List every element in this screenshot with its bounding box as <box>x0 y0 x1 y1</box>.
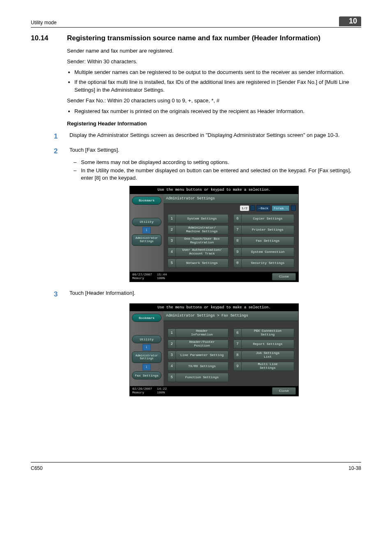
tx-rx-settings-button[interactable]: TX/RX Settings <box>176 362 228 371</box>
step-number: 2 <box>51 146 69 156</box>
one-touch-user-box-registration-button[interactable]: One-Touch/User Box Registration <box>176 236 228 245</box>
down-arrow-icon: ↓ <box>143 227 151 234</box>
device-hint: Use the menu buttons or keypad to make a… <box>130 186 298 194</box>
menu-number: 6 <box>233 214 242 223</box>
job-settings-list-button[interactable]: Job Settings List <box>242 351 294 360</box>
intro-paragraph-3: Sender Fax No.: Within 20 characters usi… <box>67 97 361 104</box>
breadcrumb: Administrator Settings <box>164 194 298 204</box>
intro-bullet: Multiple sender names can be registered … <box>74 69 361 76</box>
report-settings-button[interactable]: Report Settings <box>242 340 294 349</box>
close-button[interactable]: Close <box>272 387 296 395</box>
function-settings-button[interactable]: Function Settings <box>176 373 228 382</box>
utility-tab[interactable]: Utility <box>132 335 161 343</box>
user-authentication-account-track-button[interactable]: User Authentication/ Account Track <box>176 247 228 257</box>
forward-button[interactable]: Forwa → <box>272 205 290 211</box>
copier-settings-button[interactable]: Copier Settings <box>242 214 294 223</box>
nav-last-icon[interactable] <box>291 205 296 211</box>
step-text: Touch [Header Information]. <box>69 289 361 297</box>
menu-grid: 1Header Information 6PBX Connection Sett… <box>164 327 298 386</box>
breadcrumb: Administrator Settings > Fax Settings <box>164 311 298 321</box>
administrator-settings-tab[interactable]: Administrator Settings <box>132 352 161 363</box>
menu-number: 8 <box>233 351 242 360</box>
menu-number: 7 <box>233 340 242 349</box>
header-information-button[interactable]: Header Information <box>176 328 228 338</box>
chapter-number-badge: 10 <box>339 16 361 26</box>
status-memory-label: Memory <box>132 277 152 280</box>
step-number: 3 <box>51 289 69 299</box>
menu-number: 9 <box>233 362 242 371</box>
network-settings-button[interactable]: Network Settings <box>176 259 228 268</box>
menu-number: 5 <box>168 373 176 382</box>
menu-number: 4 <box>168 362 176 371</box>
section-number: 10.14 <box>31 33 67 43</box>
menu-number: 8 <box>233 236 242 245</box>
menu-number: 6 <box>233 328 242 338</box>
header-footer-position-button[interactable]: Header/Footer Position <box>176 340 228 349</box>
bookmark-tab[interactable]: Bookmark <box>132 197 161 205</box>
subheading: Registering Header Information <box>67 120 361 127</box>
menu-number: 3 <box>168 351 176 360</box>
menu-number: 9 <box>233 247 242 257</box>
menu-number: 2 <box>168 340 176 349</box>
intro-paragraph-1: Sender name and fax number are registere… <box>67 47 361 55</box>
fax-settings-tab[interactable]: Fax Settings <box>132 371 161 379</box>
down-arrow-icon: ↓ <box>143 344 151 351</box>
security-settings-button[interactable]: Security Settings <box>242 259 294 268</box>
system-settings-button[interactable]: System Settings <box>176 214 228 223</box>
step-text: Touch [Fax Settings]. <box>69 146 361 154</box>
status-memory-value: 100% <box>157 277 167 280</box>
footer-model: C650 <box>31 465 43 472</box>
administrator-settings-tab[interactable]: Administrator Settings <box>132 234 161 246</box>
device-hint: Use the menu buttons or keypad to make a… <box>130 304 298 312</box>
intro-bullet: If the optional fax multi line is instal… <box>74 79 361 93</box>
menu-number: 1 <box>168 214 176 223</box>
menu-number: 0 <box>233 259 242 268</box>
intro-paragraph-2: Sender: Within 30 characters. <box>67 58 361 65</box>
step-number: 1 <box>51 132 69 141</box>
printer-settings-button[interactable]: Printer Settings <box>242 225 294 234</box>
section-title: Registering transmission source name and… <box>67 33 321 43</box>
pbx-connection-setting-button[interactable]: PBX Connection Setting <box>242 328 294 338</box>
status-memory-value: 100% <box>157 391 167 395</box>
running-header: Utility mode <box>31 19 57 26</box>
step-dash-item: Some items may not be displayed accordin… <box>81 159 361 166</box>
device-screenshot-1: Use the menu buttons or keypad to make a… <box>129 186 299 282</box>
menu-number: 1 <box>168 328 176 338</box>
step-dash-item: In the Utility mode, the number displaye… <box>81 167 361 182</box>
status-memory-label: Memory <box>132 391 152 395</box>
fax-settings-button[interactable]: Fax Settings <box>242 236 294 245</box>
intro-bullet: Registered fax number is printed on the … <box>74 108 361 115</box>
down-arrow-icon: ↓ <box>143 364 151 370</box>
menu-number: 5 <box>168 259 176 268</box>
utility-tab[interactable]: Utility <box>132 218 161 226</box>
menu-number: 3 <box>168 236 176 245</box>
system-connection-button[interactable]: System Connection <box>242 247 294 257</box>
menu-number: 4 <box>168 247 176 257</box>
line-parameter-setting-button[interactable]: Line Parameter Setting <box>176 351 228 360</box>
menu-number: 7 <box>233 225 242 234</box>
step-text: Display the Administrator Settings scree… <box>69 132 361 139</box>
multi-line-settings-button[interactable]: Multi Line Settings <box>242 362 294 371</box>
back-button[interactable]: ←Back <box>256 205 270 211</box>
header-rule <box>31 27 361 28</box>
page-indicator: 1/2 <box>240 206 249 211</box>
bookmark-tab[interactable]: Bookmark <box>132 314 161 322</box>
menu-number: 2 <box>168 225 176 234</box>
device-screenshot-2: Use the menu buttons or keypad to make a… <box>129 303 299 396</box>
close-button[interactable]: Close <box>272 273 296 280</box>
administrator-machine-settings-button[interactable]: Administrator/ Machine Settings <box>176 225 228 234</box>
nav-first-icon[interactable] <box>250 205 255 211</box>
menu-grid: 1System Settings 6Copier Settings 2Admin… <box>164 213 298 272</box>
footer-page-number: 10-38 <box>348 465 361 472</box>
